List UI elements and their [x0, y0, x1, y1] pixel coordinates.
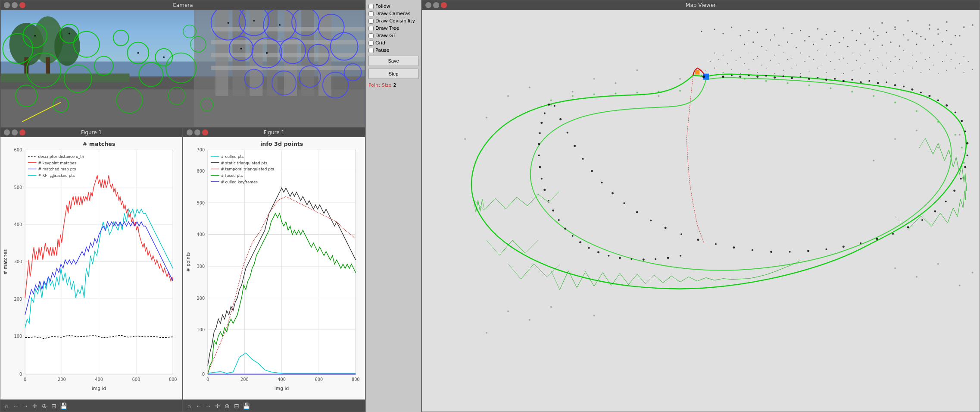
svg-point-395 [945, 201, 947, 202]
svg-text:600: 600 [197, 169, 205, 173]
fig-right-home-btn[interactable]: ⌂ [185, 402, 194, 410]
fig-left-zoom-btn[interactable]: ⊕ [40, 402, 49, 410]
svg-text:# static triangulated pts: # static triangulated pts [221, 161, 267, 165]
svg-point-253 [942, 61, 943, 62]
svg-point-420 [574, 145, 576, 147]
map-content[interactable] [422, 10, 980, 412]
draw-gt-checkbox[interactable] [368, 33, 374, 38]
draw-tree-checkbox-row[interactable]: Draw Tree [368, 25, 418, 31]
map-close-btn[interactable] [441, 2, 447, 8]
pause-checkbox[interactable] [368, 48, 374, 53]
svg-point-443 [630, 258, 632, 260]
fig-left-home-btn[interactable]: ⌂ [2, 402, 11, 410]
draw-gt-checkbox-row[interactable]: Draw GT [368, 33, 418, 38]
svg-point-59 [228, 22, 229, 24]
fig-right-zoom-btn[interactable]: ⊕ [223, 402, 231, 410]
draw-covisibility-checkbox[interactable] [368, 19, 374, 24]
fig-left-back-btn[interactable]: ← [12, 402, 20, 410]
map-maximize-btn[interactable] [433, 2, 439, 8]
svg-point-376 [860, 81, 862, 83]
camera-minimize-btn[interactable] [4, 2, 10, 8]
fig-left-pan-btn[interactable]: ✛ [31, 402, 39, 410]
figure-left-controls [4, 129, 25, 135]
svg-point-247 [890, 61, 891, 62]
grid-checkbox[interactable] [368, 41, 374, 46]
figure-left-content: 0 100 200 300 400 500 600 0 200 400 600 … [0, 137, 182, 399]
svg-point-218 [903, 50, 904, 51]
figure-left: Figure 1 [0, 127, 183, 412]
figure-left-toolbar: ⌂ ← → ✛ ⊕ ⊟ 💾 [0, 399, 182, 412]
figures-row: Figure 1 [0, 127, 365, 412]
svg-point-347 [787, 82, 789, 84]
svg-point-262 [749, 69, 749, 70]
svg-point-184 [856, 40, 857, 41]
fig-left-close[interactable] [19, 129, 25, 135]
svg-text:0: 0 [19, 372, 22, 377]
draw-tree-checkbox[interactable] [368, 26, 374, 31]
svg-text:200: 200 [14, 297, 22, 302]
svg-point-199 [740, 57, 741, 58]
matches-chart: 0 100 200 300 400 500 600 0 200 400 600 … [0, 137, 182, 399]
fig-left-forward-btn[interactable]: → [21, 402, 30, 410]
save-button[interactable]: Save [368, 56, 418, 66]
step-button[interactable]: Step [368, 69, 418, 79]
fig-left-maximize[interactable] [12, 129, 18, 135]
svg-point-336 [550, 100, 552, 101]
fig-left-settings-btn[interactable]: ⊟ [50, 402, 58, 410]
svg-point-430 [539, 166, 541, 168]
svg-rect-335 [695, 70, 699, 75]
svg-point-265 [774, 73, 775, 74]
svg-point-245 [873, 59, 874, 60]
svg-point-158 [852, 30, 853, 31]
camera-close-btn[interactable] [19, 2, 25, 8]
svg-point-278 [886, 68, 887, 69]
svg-point-383 [920, 92, 922, 94]
follow-label: Follow [375, 3, 390, 9]
draw-cameras-checkbox[interactable] [368, 11, 374, 16]
svg-point-215 [877, 57, 878, 58]
fig-left-minimize[interactable] [4, 129, 10, 135]
fig-right-close[interactable] [202, 129, 208, 135]
map-minimize-btn[interactable] [425, 2, 431, 8]
svg-point-246 [882, 65, 883, 66]
svg-point-310 [658, 95, 659, 97]
draw-covisibility-checkbox-row[interactable]: Draw Covisibility [368, 18, 418, 24]
svg-point-192 [924, 38, 926, 40]
map-window-controls [425, 2, 447, 8]
fig-right-pan-btn[interactable]: ✛ [213, 402, 222, 410]
svg-point-147 [757, 31, 758, 33]
svg-point-373 [834, 78, 836, 80]
map-titlebar: Map Viewer [422, 0, 980, 10]
svg-point-391 [967, 154, 968, 156]
fig-right-forward-btn[interactable]: → [204, 402, 212, 410]
svg-point-272 [834, 69, 835, 70]
fig-right-settings-btn[interactable]: ⊟ [232, 402, 241, 410]
svg-point-339 [615, 93, 616, 94]
grid-checkbox-row[interactable]: Grid [368, 40, 418, 46]
fig-right-maximize[interactable] [194, 129, 200, 135]
svg-point-390 [966, 142, 968, 145]
draw-cameras-checkbox-row[interactable]: Draw Cameras [368, 11, 418, 16]
fig-right-minimize[interactable] [187, 129, 193, 135]
map-svg [422, 10, 980, 412]
svg-point-160 [869, 27, 870, 28]
svg-point-271 [826, 72, 827, 73]
svg-point-155 [826, 34, 827, 35]
svg-point-437 [572, 235, 574, 237]
fig-left-save-btn[interactable]: 💾 [59, 402, 68, 410]
svg-point-251 [925, 59, 926, 60]
follow-checkbox-row[interactable]: Follow [368, 3, 418, 9]
follow-checkbox[interactable] [368, 4, 374, 9]
camera-maximize-btn[interactable] [12, 2, 18, 8]
svg-point-143 [722, 33, 724, 34]
svg-point-264 [766, 68, 767, 69]
svg-point-409 [715, 243, 717, 245]
svg-point-252 [933, 65, 934, 66]
pause-checkbox-row[interactable]: Pause [368, 47, 418, 53]
svg-point-175 [778, 44, 780, 46]
fig-right-back-btn[interactable]: ← [194, 402, 203, 410]
draw-cameras-label: Draw Cameras [375, 11, 410, 16]
fig-right-save-btn[interactable]: 💾 [242, 402, 250, 410]
svg-point-210 [834, 52, 835, 53]
svg-point-389 [964, 130, 966, 132]
